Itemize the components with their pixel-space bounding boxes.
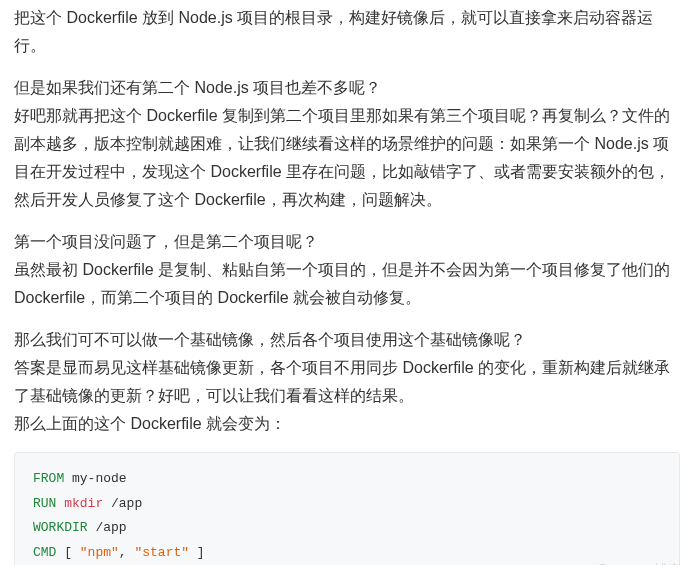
code-line-run: RUN mkdir /app — [33, 492, 661, 517]
paragraph-question-base-image: 那么我们可不可以做一个基础镜像，然后各个项目使用这个基础镜像呢？ — [14, 326, 680, 354]
code-line-from: FROM my-node — [33, 467, 661, 492]
code-line-cmd: CMD [ "npm", "start" ] — [33, 541, 661, 565]
paragraph-question-fix: 第一个项目没问题了，但是第二个项目呢？ — [14, 228, 680, 256]
paragraph-intro: 把这个 Dockerfile 放到 Node.js 项目的根目录，构建好镜像后，… — [14, 4, 680, 60]
dockerfile-code-block: FROM my-node RUN mkdir /app WORKDIR /app… — [14, 452, 680, 565]
code-line-workdir: WORKDIR /app — [33, 516, 661, 541]
paragraph-answer: 答案是显而易见这样基础镜像更新，各个项目不用同步 Dockerfile 的变化，… — [14, 354, 680, 410]
paragraph-not-auto-fixed: 虽然最初 Dockerfile 是复制、粘贴自第一个项目的，但是并不会因为第一个… — [14, 256, 680, 312]
paragraph-question-second: 但是如果我们还有第二个 Node.js 项目也差不多呢？ — [14, 74, 680, 102]
paragraph-copy-problem: 好吧那就再把这个 Dockerfile 复制到第二个项目里那如果有第三个项目呢？… — [14, 102, 680, 214]
paragraph-result-intro: 那么上面的这个 Dockerfile 就会变为： — [14, 410, 680, 438]
